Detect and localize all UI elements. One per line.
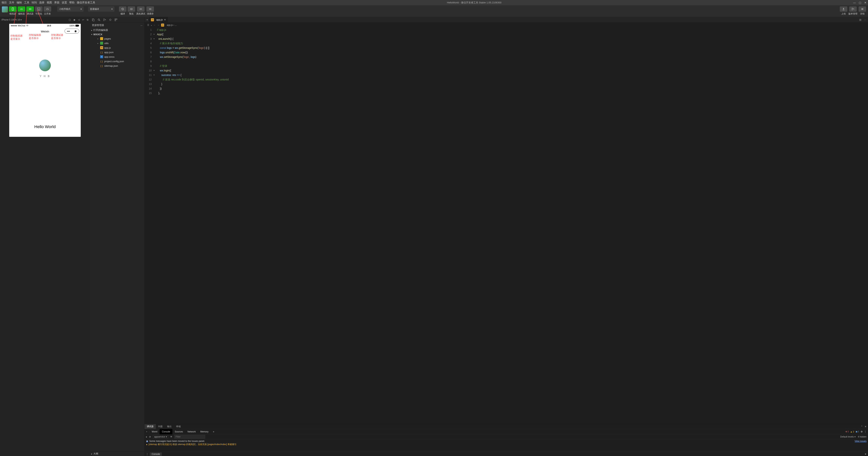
editor-more-icon[interactable]: ···	[864, 18, 866, 21]
drawer-close-icon[interactable]: ✕	[865, 453, 867, 455]
device-select[interactable]: iPhone 5 100% 16 ▾	[1, 19, 66, 21]
split-editor-icon[interactable]: ▥	[859, 18, 861, 21]
menu-item[interactable]: 设置	[62, 1, 67, 4]
levels-select[interactable]: Default levels ▾	[840, 435, 856, 438]
eye-icon[interactable]: 👁	[170, 435, 173, 438]
menu-item[interactable]: 编辑	[17, 1, 22, 4]
file-icon: { }	[100, 60, 103, 63]
drawer-menu-icon[interactable]: ⋮	[146, 453, 148, 455]
visualizer-toggle[interactable]	[35, 6, 42, 12]
sidebar-collapse-icon[interactable]: ⇥	[145, 18, 149, 21]
menu-item[interactable]: 微信开发者工具	[77, 1, 95, 4]
panel-tab[interactable]: 调试器	[145, 424, 156, 429]
bookmark-icon[interactable]: ⟁	[151, 24, 152, 26]
record-icon[interactable]: ◉	[73, 19, 75, 21]
devtools-tab[interactable]: Sources	[173, 429, 185, 434]
editor-label: 编辑器	[18, 12, 25, 16]
menu-item[interactable]: 转到	[32, 1, 37, 4]
outline-section[interactable]: ▸大纲	[90, 452, 144, 456]
version-button[interactable]	[849, 6, 857, 12]
panel-collapse-icon[interactable]: ⌃	[861, 425, 863, 428]
devtools-tab[interactable]: Network	[185, 429, 198, 434]
compile-select[interactable]: 普通编译▾	[88, 6, 115, 12]
context-select[interactable]: appservice▾	[153, 435, 168, 438]
inspect-icon[interactable]: ⌖	[145, 430, 149, 433]
panel-tab[interactable]: 输出	[165, 424, 174, 429]
devtools-tab[interactable]: Wxml	[149, 429, 160, 434]
console-clear-icon[interactable]: ⊘	[149, 435, 151, 438]
git-icon[interactable]	[103, 18, 106, 21]
view-issues-link[interactable]: View issues	[855, 440, 867, 443]
menu-item[interactable]: 选择	[39, 1, 44, 4]
svg-rect-24	[115, 20, 116, 21]
debug-icon[interactable]	[109, 18, 112, 21]
explorer-more-icon[interactable]: ···	[141, 24, 143, 27]
maximize-button[interactable]: ▢	[859, 1, 861, 4]
gear-icon[interactable]: ⚙	[861, 430, 863, 433]
error-badge[interactable]: ⊗ 1	[845, 430, 849, 433]
file-row[interactable]: { }project.config.json	[91, 59, 144, 63]
menu-item[interactable]: 界面	[54, 1, 59, 4]
menu-item[interactable]: 帮助	[69, 1, 74, 4]
svg-rect-13	[79, 25, 79, 26]
breadcrumb[interactable]: app.js › ...	[167, 24, 177, 26]
search-icon[interactable]	[97, 18, 100, 21]
nav-fwd-icon[interactable]: →	[157, 24, 160, 26]
panel-close-icon[interactable]: ✕	[865, 425, 867, 428]
file-row[interactable]: { }app.json	[91, 50, 144, 54]
devtools-more-icon[interactable]: »	[211, 429, 217, 434]
compile-button[interactable]	[119, 6, 126, 12]
project-section[interactable]: ▾WXXCX	[90, 32, 144, 36]
mode-select[interactable]: 小程序模式▾	[57, 6, 84, 12]
menu-item[interactable]: 文件	[9, 1, 14, 4]
menu-item[interactable]: 项目	[1, 1, 7, 4]
debugger-label: 调试器	[27, 12, 33, 16]
remote-label: 真机调试	[136, 12, 145, 16]
kebab-icon[interactable]: ⋮	[864, 430, 867, 433]
editor-tab[interactable]: JS app.js ✕	[149, 17, 168, 23]
upload-button[interactable]	[840, 6, 847, 12]
console-run-icon[interactable]: ▸	[146, 435, 147, 438]
cloud-toggle[interactable]	[44, 6, 51, 12]
list-icon[interactable]: ☰	[147, 24, 149, 26]
nav-back-icon[interactable]: ←	[154, 24, 156, 26]
menu-item[interactable]: 工具	[24, 1, 29, 4]
file-row[interactable]: JSapp.js	[91, 46, 144, 50]
folder-row[interactable]: ▸pages	[91, 36, 144, 41]
user-avatar[interactable]	[2, 6, 8, 12]
close-button[interactable]: ✕	[864, 1, 867, 4]
clear-button[interactable]	[147, 6, 154, 12]
battery-pct: 100%	[69, 25, 75, 27]
console-filter-input[interactable]	[174, 435, 205, 439]
info-badge[interactable]: ▣ 1	[856, 430, 859, 433]
folder-row[interactable]: ▸utils	[91, 41, 144, 46]
simulator-toggle[interactable]	[9, 6, 17, 12]
panel-tab[interactable]: 问题	[156, 424, 165, 429]
devtools-tab[interactable]: Memory	[198, 429, 211, 434]
panel-tab[interactable]: 终端	[174, 424, 183, 429]
minimize-button[interactable]: —	[853, 1, 856, 4]
file-row[interactable]: { }sitemap.json	[91, 63, 144, 68]
dock-icon[interactable]: ⧉	[87, 19, 89, 21]
preview-button[interactable]	[128, 6, 135, 12]
open-editors-section[interactable]: ▸打开的编辑器	[90, 28, 144, 32]
menu-item[interactable]: 视图	[47, 1, 52, 4]
mute-icon[interactable]: ◁	[78, 19, 80, 21]
warn-badge[interactable]: ▲ 2	[850, 431, 854, 433]
debugger-toggle[interactable]	[26, 6, 34, 12]
js-file-icon: JS	[161, 24, 164, 27]
devtools-tab[interactable]: Console	[160, 429, 173, 434]
rotate-icon[interactable]: ▢	[69, 19, 71, 21]
details-button[interactable]	[859, 6, 866, 12]
file-row[interactable]: ≡app.wxss	[91, 54, 144, 59]
back-icon[interactable]: ↩	[82, 19, 84, 21]
drawer-console-tab[interactable]: Console	[150, 452, 162, 456]
code-editor[interactable]: 123456789101112131415 ▾▾▾▾ // app.jsApp(…	[145, 28, 868, 424]
editor-toggle[interactable]: </>	[18, 6, 25, 12]
files-icon[interactable]	[92, 18, 95, 21]
capsule-button[interactable]: •••◉	[65, 29, 79, 33]
remote-button[interactable]	[137, 6, 145, 12]
phone-preview: ●●●●● WeChat 16:5 100% Weixin •••◉ Y H B…	[9, 24, 81, 137]
extensions-icon[interactable]	[115, 18, 118, 21]
tab-close-icon[interactable]: ✕	[164, 18, 166, 21]
